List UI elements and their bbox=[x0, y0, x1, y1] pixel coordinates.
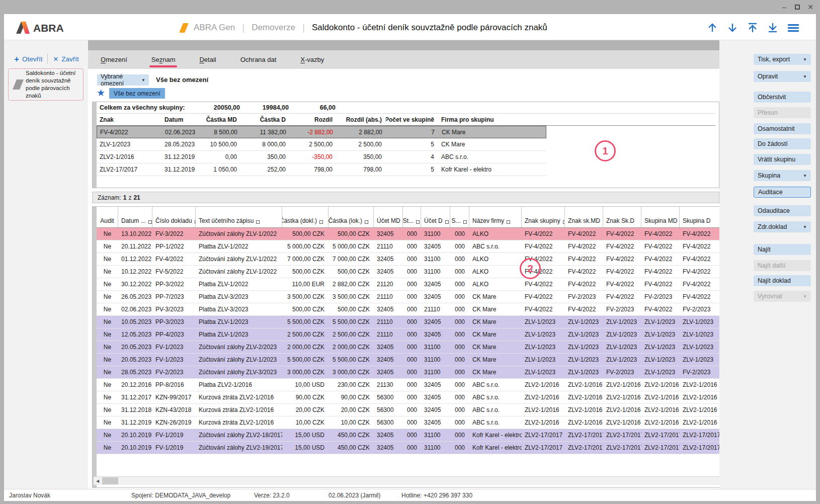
column-header[interactable]: Text účetního zápisu bbox=[196, 207, 282, 227]
tab-detail[interactable]: Detail bbox=[199, 50, 216, 69]
column-header[interactable]: Částka (dokl.) bbox=[282, 207, 329, 227]
table-cell: 31.12.2019 bbox=[161, 151, 202, 163]
table-cell: 0,00 bbox=[202, 151, 241, 163]
open-agenda-card[interactable]: Saldokonto - účetní deník souvztažně pod… bbox=[8, 68, 84, 101]
groups-table-row[interactable]: ZLV-1/202328.05.202310 500,008 000,002 5… bbox=[97, 138, 546, 151]
column-header[interactable]: Datum ... bbox=[118, 207, 152, 227]
journal-table-row[interactable]: Ne02.06.2023PV-3/2023Platba ZLV-3/202350… bbox=[97, 303, 734, 316]
journal-table-row[interactable]: Ne01.12.2022FV-4/2022Zúčtování zálohy ZL… bbox=[97, 253, 734, 266]
journal-table-row[interactable]: Ne20.11.2022PP-1/2022Platba ZLV-1/20225 … bbox=[97, 240, 734, 253]
table-cell: 21120 bbox=[374, 278, 403, 290]
breadcrumb-divider: | bbox=[302, 22, 305, 33]
close-icon[interactable]: ✕ bbox=[806, 3, 815, 11]
table-cell: ZLV-1/2023 bbox=[641, 316, 680, 328]
table-cell: 000 bbox=[450, 379, 469, 391]
zdr-doklad-button[interactable]: Zdr.doklad▼ bbox=[754, 221, 811, 232]
table-cell: 32405 bbox=[421, 316, 450, 328]
table-cell: ZLV2-1/2016 bbox=[603, 416, 641, 429]
table-cell: 5 500,00 CZK bbox=[329, 354, 374, 366]
osamostatnit-button[interactable]: Osamostatnit bbox=[754, 123, 811, 134]
opravit-button[interactable]: Opravit▼ bbox=[754, 71, 811, 82]
restriction-chip[interactable]: Vše bez omezení bbox=[109, 88, 165, 99]
favorite-star-icon[interactable]: ★ bbox=[97, 87, 105, 99]
arrow-up-icon[interactable] bbox=[706, 22, 718, 34]
chevron-down-icon: ▼ bbox=[803, 74, 807, 79]
journal-table-row[interactable]: Ne31.12.2019KZN-26/2019Kurzová ztráta ZL… bbox=[97, 416, 734, 429]
selected-restriction-dropdown[interactable]: Vybrané omezení ▼ bbox=[97, 74, 149, 86]
journal-table-row[interactable]: Ne20.12.2016PP-8/2016Platba ZLV2-1/20161… bbox=[97, 379, 734, 391]
journal-table-row[interactable]: Ne28.05.2023FV-2/2023Zúčtování zálohy ZL… bbox=[97, 366, 734, 379]
minimize-icon[interactable]: – bbox=[780, 3, 789, 11]
scrollbar-thumb[interactable] bbox=[102, 477, 118, 484]
journal-table-row[interactable]: Ne31.12.2018KZN-43/2018Kurzová ztráta ZL… bbox=[97, 404, 734, 416]
najít-button[interactable]: Najít bbox=[754, 244, 811, 255]
odauditace-button[interactable]: Odauditace bbox=[754, 205, 811, 216]
journal-table-row[interactable]: Ne10.12.2022FV-5/2022Zúčtování zálohy ZL… bbox=[97, 266, 734, 278]
journal-table-row[interactable]: Ne26.05.2023PP-7/2023Platba ZLV-3/20233 … bbox=[97, 291, 734, 303]
table-cell: Zúčtování zálohy ZLV-1/2022 bbox=[196, 253, 282, 265]
table-cell: 10,00 USD bbox=[282, 379, 329, 391]
arrow-to-top-icon[interactable] bbox=[747, 22, 759, 34]
column-header[interactable]: Znak skupiny bbox=[522, 207, 565, 227]
journal-table-row[interactable]: Ne10.05.2023PP-3/2023Platba ZLV-1/20235 … bbox=[97, 316, 734, 328]
column-option-icon[interactable] bbox=[463, 220, 467, 224]
maximize-icon[interactable] bbox=[793, 3, 802, 11]
column-header[interactable]: Účet D bbox=[421, 207, 450, 227]
občerstvit-button[interactable]: Občerstvit bbox=[754, 92, 811, 103]
table-cell: FV-4/2022 bbox=[603, 278, 641, 290]
table-cell: 000 bbox=[403, 391, 421, 403]
vrátit-skupinu-button[interactable]: Vrátit skupinu bbox=[754, 154, 811, 165]
column-option-icon[interactable] bbox=[507, 220, 510, 224]
journal-table-row[interactable]: Ne31.12.2017KZN-99/2017Kurzová ztráta ZL… bbox=[97, 391, 734, 404]
journal-table-row[interactable]: Ne12.05.2023PP-4/2023Platba ZLV-1/20232 … bbox=[97, 328, 734, 341]
column-option-icon[interactable] bbox=[445, 220, 449, 224]
column-header[interactable]: Číslo dokladu bbox=[152, 207, 196, 227]
najít-doklad-button[interactable]: Najít doklad bbox=[754, 275, 811, 286]
table-cell: PP-3/2022 bbox=[152, 278, 196, 290]
groups-table-row[interactable]: ZLV2-1/201631.12.20190,00350,00-350,0035… bbox=[97, 151, 546, 163]
groups-table-row[interactable]: ZLV2-17/201731.12.20191 050,00252,00798,… bbox=[97, 163, 546, 176]
column-option-icon[interactable] bbox=[365, 220, 368, 224]
scroll-left-icon[interactable]: ◀ bbox=[94, 477, 102, 485]
column-header[interactable]: Skupina MD bbox=[641, 207, 680, 227]
tisk-export-button[interactable]: Tisk, export▼ bbox=[754, 54, 811, 65]
column-header[interactable]: Název firmy bbox=[469, 207, 522, 227]
table-cell: FV-4/2022 bbox=[522, 240, 565, 253]
column-header[interactable]: Znak sk.MD bbox=[565, 207, 603, 227]
do-žádostí-button[interactable]: Do žádostí bbox=[754, 138, 811, 149]
table-cell: ABC s.r.o. bbox=[438, 151, 542, 163]
tab-omezen-[interactable]: Omezení bbox=[101, 50, 127, 69]
column-header[interactable]: Znak Sk.D bbox=[603, 207, 641, 227]
journal-table-row[interactable]: Ne20.05.2023FV-1/2023Zúčtování zálohy ZL… bbox=[97, 354, 734, 366]
column-header[interactable]: Částka (lok.) bbox=[329, 207, 374, 227]
column-option-icon[interactable] bbox=[148, 220, 152, 224]
close-agenda-button[interactable]: ✕ Zavřít bbox=[53, 55, 78, 63]
menu-icon[interactable] bbox=[787, 22, 800, 34]
horizontal-scrollbar[interactable]: ◀ ▶ bbox=[94, 476, 742, 485]
column-header[interactable]: Audit bbox=[97, 207, 118, 227]
tab-x-vazby[interactable]: X-vazby bbox=[300, 50, 324, 69]
journal-table-row[interactable]: Ne20.05.2023FV-1/2023Zúčtování zálohy ZL… bbox=[97, 341, 734, 354]
skupina-button[interactable]: Skupina▼ bbox=[754, 170, 811, 181]
column-header[interactable]: Účet MD bbox=[374, 207, 403, 227]
auditace-button[interactable]: Auditace bbox=[754, 187, 811, 198]
tab-ochrana-dat[interactable]: Ochrana dat bbox=[240, 50, 277, 69]
journal-table-row[interactable]: Ne20.10.2019FV-1/2019Zúčtování zálohy ZL… bbox=[97, 429, 734, 442]
table-cell: ZLV-1/2023 bbox=[641, 354, 680, 366]
journal-table-row[interactable]: Ne20.10.2019FV-1/2019Zúčtování zálohy ZL… bbox=[97, 442, 734, 454]
tab-seznam[interactable]: Seznam bbox=[151, 50, 176, 69]
groups-table-row[interactable]: FV-4/202202.06.20238 500,0011 382,00-2 8… bbox=[97, 126, 546, 138]
arrow-down-icon[interactable] bbox=[726, 22, 739, 34]
column-option-icon[interactable] bbox=[319, 220, 323, 224]
column-option-icon[interactable] bbox=[416, 220, 420, 224]
arrow-to-bottom-icon[interactable] bbox=[767, 22, 779, 34]
journal-table-row[interactable]: Ne13.10.2022FV-3/2022Zúčtování zálohy ZL… bbox=[97, 228, 734, 240]
column-header[interactable]: S... bbox=[450, 207, 469, 227]
journal-table-row[interactable]: Ne30.12.2022PP-3/2022Platba ZLV-1/202211… bbox=[97, 278, 734, 291]
column-option-icon[interactable] bbox=[256, 220, 260, 224]
table-cell: ZLV2-17/2017 bbox=[565, 442, 603, 454]
column-header[interactable]: St... bbox=[403, 207, 421, 227]
open-button[interactable]: + Otevřít bbox=[14, 55, 42, 63]
table-cell: ZLV-1/2023 bbox=[522, 354, 565, 366]
breadcrumb-divider: | bbox=[242, 22, 244, 33]
